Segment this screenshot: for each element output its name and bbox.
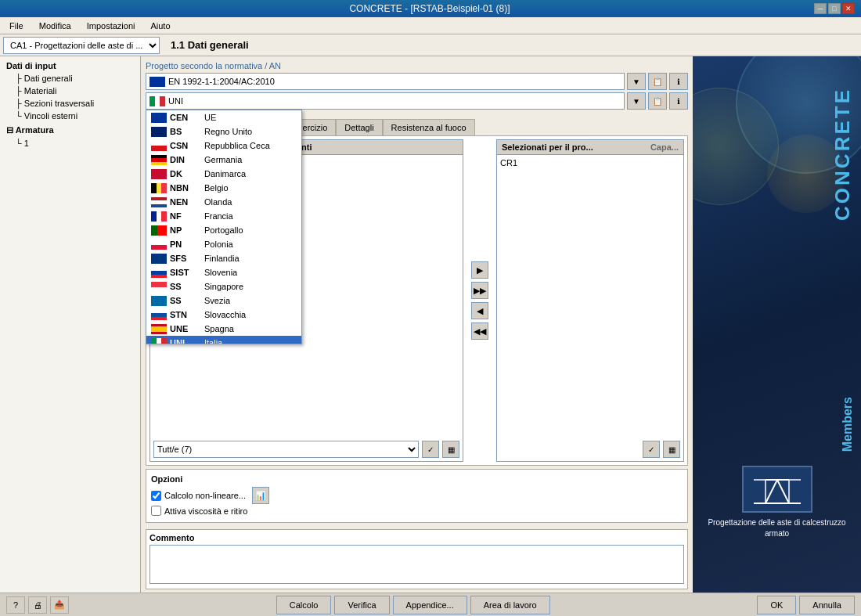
title-bar-controls: ─ □ ✕ [814,3,855,14]
flag-icon [151,268,167,278]
close-button[interactable]: ✕ [842,3,855,14]
bottom-bar: ? 🖨 📤 Calcolo Verifica Appendice... Area… [0,593,861,616]
sidebar-input-label: Dati di input [3,59,137,72]
minimize-button[interactable]: ─ [814,3,827,14]
menu-aiuto[interactable]: Aiuto [144,20,176,32]
ok-button[interactable]: OK [757,596,796,614]
sidebar-group-armatura: ⊟ Armatura └ 1 [3,124,137,149]
tree-icon: ├ [16,86,24,95]
viscosity-label: Attiva viscosità e ritiro [164,506,247,516]
move-all-right-btn[interactable]: ▶▶ [471,282,488,299]
dropdown-item[interactable]: CSNRepubblica Ceca [146,139,301,153]
sidebar-item-sezioni[interactable]: ├ Sezioni trasversali [3,97,137,110]
appendice-button[interactable]: Appendice... [393,596,467,614]
sidebar-item-materiali[interactable]: ├ Materiali [3,85,137,97]
dropdown-item[interactable]: UNESpagna [146,322,301,336]
eu-flag [150,77,165,87]
calcolo-button[interactable]: Calcolo [276,596,332,614]
bottom-help-btn[interactable]: ? [6,596,25,614]
uni-copy-btn[interactable]: 📋 [648,92,667,110]
flag-icon [151,324,167,334]
dropdown-item[interactable]: SSSvezia [146,294,301,308]
dropdown-item[interactable]: NFFrancia [146,209,301,223]
dropdown-item[interactable]: DKDanimarca [146,167,301,181]
normativa-copy-btn[interactable]: 📋 [648,73,667,90]
filter-select[interactable]: Tutt/e (7) [153,441,419,458]
calc-nonlinear-row: Calcolo non-lineare... 📊 [151,487,683,504]
dropdown-item[interactable]: CENUE [146,110,301,124]
content-main: Progetto secondo la normativa / AN EN 19… [141,56,693,593]
flag-icon [151,197,167,207]
dropdown-item[interactable]: NBNBelgio [146,181,301,195]
normativa-info-btn[interactable]: ℹ [669,73,688,90]
sidebar-item-dati-generali[interactable]: ├ Dati generali [3,72,137,85]
uni-dropdown-btn[interactable]: ▼ [627,92,646,110]
move-all-left-btn[interactable]: ◀◀ [471,322,488,340]
table-right-header: Selezionati per il pro... Capa... [497,140,683,155]
right-check-btn[interactable]: ✓ [643,441,660,458]
menu-impostazioni[interactable]: Impostazioni [81,20,142,32]
flag-icon [151,240,167,250]
svg-line-1 [766,480,777,503]
menu-modifica[interactable]: Modifica [33,20,77,32]
dropdown-item[interactable]: SFSFinlandia [146,251,301,265]
country-dropdown: CENUEBSRegno UnitoCSNRepubblica CecaDING… [146,110,302,344]
menu-file[interactable]: File [3,20,30,32]
concrete-brand-text: CONCRETE [830,88,855,221]
tab-dettagli[interactable]: Dettagli [336,119,382,135]
dropdown-item[interactable]: SISTSlovenia [146,265,301,279]
move-left-btn[interactable]: ◀ [471,302,488,319]
viscosity-row: Attiva viscosità e ritiro [151,506,683,516]
right-panel: CONCRETE Members Progettazione delle ast… [693,56,861,593]
tree-icon: ├ [16,74,24,83]
normativa-label: Progetto secondo la normativa / AN [146,61,688,70]
brand-bottom: Progettazione delle aste di calcestruzzo… [693,459,861,546]
uni-select[interactable]: UNI [146,92,625,110]
comment-textarea[interactable] [150,545,684,584]
uni-info-btn[interactable]: ℹ [669,92,688,110]
area-lavoro-button[interactable]: Area di lavoro [470,596,550,614]
dropdown-item[interactable]: NPPortogallo [146,223,301,237]
dropdown-item[interactable]: DINGermania [146,153,301,167]
bottom-print-btn[interactable]: 🖨 [28,596,47,614]
project-select[interactable]: CA1 - Progettazioni delle aste di ... [3,37,160,54]
viscosity-checkbox[interactable] [151,506,161,516]
comment-section: Commento [146,529,688,589]
sidebar-group-input: Dati di input ├ Dati generali ├ Material… [3,59,137,122]
bridge-logo [742,466,812,513]
tab-resistenza-fuoco[interactable]: Resistenza al fuoco [383,119,475,135]
flag-icon [151,113,167,123]
flag-icon [151,211,167,222]
sidebar-item-1[interactable]: └ 1 [3,137,137,149]
filter-check-btn[interactable]: ✓ [422,441,439,458]
tree-icon: └ [16,139,24,148]
dropdown-item[interactable]: PNPolonia [146,237,301,251]
bottom-export-btn[interactable]: 📤 [50,596,69,614]
calc-nonlinear-icon-btn[interactable]: 📊 [252,487,269,504]
svg-line-2 [777,480,789,503]
verifica-button[interactable]: Verifica [334,596,389,614]
filter-grid-btn[interactable]: ▦ [442,441,459,458]
normativa-display: EN 1992-1-1:2004/AC:2010 [146,73,625,90]
maximize-button[interactable]: □ [828,3,841,14]
flag-icon [151,155,167,165]
normativa-dropdown-btn[interactable]: ▼ [627,73,646,90]
table-row[interactable]: CR1 [497,155,683,171]
right-grid-btn[interactable]: ▦ [663,441,680,458]
dropdown-item[interactable]: NENOlanda [146,195,301,209]
dropdown-item[interactable]: STNSlovacchia [146,308,301,322]
calc-nonlinear-checkbox[interactable] [151,491,161,501]
flag-icon [151,310,167,320]
comment-label: Commento [150,533,684,542]
dropdown-item[interactable]: SSSingapore [146,279,301,294]
table-left-bottom: Tutt/e (7) ✓ ▦ [150,438,463,461]
sidebar-item-vincoli[interactable]: └ Vincoli esterni [3,110,137,122]
title-bar-title: CONCRETE - [RSTAB-Beispiel-01 (8)] [45,3,814,14]
menu-bar: File Modifica Impostazioni Aiuto [0,17,861,34]
flag-icon [151,141,167,151]
dropdown-item[interactable]: UNIItalia [146,336,301,344]
annulla-button[interactable]: Annulla [799,596,855,614]
options-title: Opzioni [151,474,683,484]
dropdown-item[interactable]: BSRegno Unito [146,124,301,139]
move-right-btn[interactable]: ▶ [471,261,488,279]
